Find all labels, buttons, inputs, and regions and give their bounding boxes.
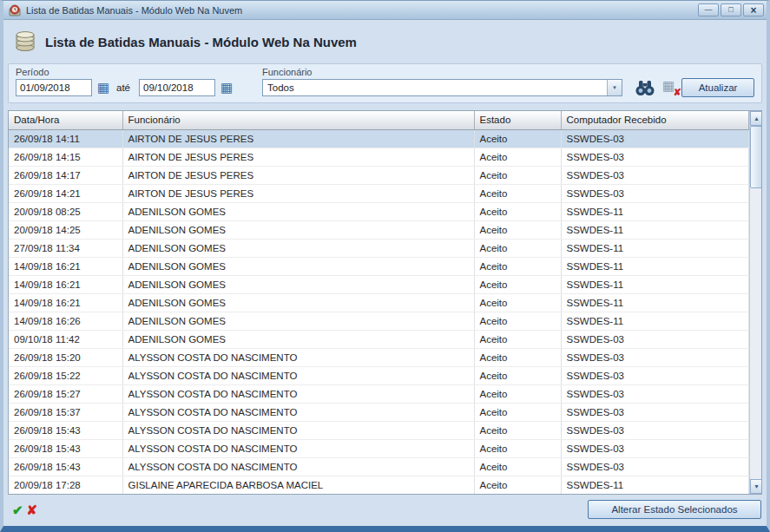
maximize-button[interactable]: □ xyxy=(721,3,741,16)
cell-data-hora: 20/09/18 17:28 xyxy=(9,476,122,494)
cell-data-hora: 26/09/18 15:43 xyxy=(9,457,122,476)
table-row[interactable]: 26/09/18 14:11 AIRTON DE JESUS PERES Ace… xyxy=(9,129,748,148)
cell-data-hora: 09/10/18 11:42 xyxy=(9,330,122,348)
cell-funcionario: AIRTON DE JESUS PERES xyxy=(122,148,474,166)
table-row[interactable]: 26/09/18 15:37 ALYSSON COSTA DO NASCIMEN… xyxy=(9,403,748,421)
database-icon xyxy=(13,30,37,53)
col-header-estado[interactable]: Estado xyxy=(474,111,561,129)
cell-data-hora: 14/09/18 16:21 xyxy=(9,293,122,312)
cell-data-hora: 26/09/18 14:15 xyxy=(9,148,122,166)
funcionario-dropdown[interactable]: Todos ▼ xyxy=(262,79,622,96)
cell-computador: SSWDES-11 xyxy=(561,220,748,239)
cell-funcionario: ADENILSON GOMES xyxy=(122,330,474,348)
table-row[interactable]: 20/09/18 17:28 GISLAINE APARECIDA BARBOS… xyxy=(9,476,748,494)
app-window: Lista de Batidas Manuais - Módulo Web Na… xyxy=(0,0,770,532)
cell-estado: Aceito xyxy=(474,457,561,476)
cell-funcionario: ALYSSON COSTA DO NASCIMENTO xyxy=(122,403,474,421)
cell-estado: Aceito xyxy=(474,439,561,457)
col-header-data-hora[interactable]: Data/Hora xyxy=(9,111,122,129)
table-row[interactable]: 26/09/18 14:15 AIRTON DE JESUS PERES Ace… xyxy=(9,148,748,166)
minimize-button[interactable]: — xyxy=(698,3,719,16)
grid-body: 26/09/18 14:11 AIRTON DE JESUS PERES Ace… xyxy=(9,129,748,494)
table-row[interactable]: 09/10/18 11:42 ADENILSON GOMES Aceito SS… xyxy=(9,330,748,348)
cell-data-hora: 20/09/18 08:25 xyxy=(9,202,122,220)
table-row[interactable]: 14/09/18 16:21 ADENILSON GOMES Aceito SS… xyxy=(9,275,748,293)
cell-computador: SSWDES-03 xyxy=(561,348,748,366)
cell-funcionario: ALYSSON COSTA DO NASCIMENTO xyxy=(122,439,474,457)
table-row[interactable]: 26/09/18 15:22 ALYSSON COSTA DO NASCIMEN… xyxy=(9,366,748,384)
date-from-input[interactable] xyxy=(16,79,92,96)
cell-funcionario: AIRTON DE JESUS PERES xyxy=(122,129,474,148)
cell-data-hora: 26/09/18 15:43 xyxy=(9,421,122,439)
table-row[interactable]: 26/09/18 14:17 AIRTON DE JESUS PERES Ace… xyxy=(9,166,748,184)
cell-computador: SSWDES-03 xyxy=(561,439,748,457)
cell-data-hora: 26/09/18 14:17 xyxy=(9,166,122,184)
cell-estado: Aceito xyxy=(474,403,561,421)
cell-data-hora: 14/09/18 16:21 xyxy=(9,257,122,275)
scroll-track[interactable] xyxy=(750,126,763,479)
cell-data-hora: 26/09/18 14:21 xyxy=(9,184,122,202)
cell-funcionario: ADENILSON GOMES xyxy=(122,293,474,312)
check-all-icon[interactable]: ✔ xyxy=(10,503,25,516)
cell-estado: Aceito xyxy=(474,239,561,257)
table-row[interactable]: 26/09/18 15:43 ALYSSON COSTA DO NASCIMEN… xyxy=(9,421,748,439)
app-icon[interactable] xyxy=(8,3,22,17)
cell-funcionario: AIRTON DE JESUS PERES xyxy=(122,184,474,202)
cell-estado: Aceito xyxy=(474,257,561,275)
table-row[interactable]: 14/09/18 16:26 ADENILSON GOMES Aceito SS… xyxy=(9,312,748,330)
cell-computador: SSWDES-03 xyxy=(561,330,748,348)
table-row[interactable]: 20/09/18 08:25 ADENILSON GOMES Aceito SS… xyxy=(9,202,748,220)
cell-funcionario: ALYSSON COSTA DO NASCIMENTO xyxy=(122,421,474,439)
cell-data-hora: 26/09/18 15:22 xyxy=(9,366,122,384)
cell-computador: SSWDES-03 xyxy=(561,457,748,476)
scroll-thumb[interactable] xyxy=(750,126,763,188)
cell-funcionario: GISLAINE APARECIDA BARBOSA MACIEL xyxy=(122,476,474,494)
cell-computador: SSWDES-03 xyxy=(561,421,748,439)
scroll-down-icon[interactable]: ▼ xyxy=(750,479,763,494)
cell-computador: SSWDES-03 xyxy=(561,148,748,166)
cell-data-hora: 14/09/18 16:26 xyxy=(9,312,122,330)
titlebar[interactable]: Lista de Batidas Manuais - Módulo Web Na… xyxy=(3,1,767,20)
uncheck-all-icon[interactable]: ✘ xyxy=(25,503,40,516)
funcionario-selected-value: Todos xyxy=(263,82,607,93)
table-row[interactable]: 26/09/18 14:21 AIRTON DE JESUS PERES Ace… xyxy=(9,184,748,202)
cell-data-hora: 20/09/18 14:25 xyxy=(9,220,122,239)
cell-funcionario: AIRTON DE JESUS PERES xyxy=(122,166,474,184)
page-title: Lista de Batidas Manuais - Módulo Web Na… xyxy=(45,35,357,49)
cell-data-hora: 26/09/18 15:43 xyxy=(9,439,122,457)
cell-estado: Aceito xyxy=(474,202,561,220)
cell-funcionario: ADENILSON GOMES xyxy=(122,220,474,239)
close-button[interactable]: × xyxy=(743,3,764,16)
col-header-funcionario[interactable]: Funcionário xyxy=(122,111,474,129)
cell-computador: SSWDES-11 xyxy=(561,293,748,312)
chevron-down-icon[interactable]: ▼ xyxy=(607,80,622,95)
filter-panel: Período ▦ até ▦ Funcionário Todos ▼ xyxy=(8,63,762,103)
table-row[interactable]: 14/09/18 16:21 ADENILSON GOMES Aceito SS… xyxy=(9,293,748,312)
cell-computador: SSWDES-11 xyxy=(561,202,748,220)
clear-filter-icon[interactable]: ▦ ✘ xyxy=(662,79,680,96)
cell-funcionario: ADENILSON GOMES xyxy=(122,312,474,330)
table-row[interactable]: 26/09/18 15:27 ALYSSON COSTA DO NASCIMEN… xyxy=(9,384,748,403)
table-row[interactable]: 14/09/18 16:21 ADENILSON GOMES Aceito SS… xyxy=(9,257,748,275)
cell-estado: Aceito xyxy=(474,148,561,166)
records-table: Data/Hora Funcionário Estado Computador … xyxy=(9,111,749,495)
vertical-scrollbar[interactable]: ▲ ▼ xyxy=(749,111,763,494)
atualizar-button[interactable]: Atualizar xyxy=(681,78,754,97)
table-row[interactable]: 26/09/18 15:43 ALYSSON COSTA DO NASCIMEN… xyxy=(9,439,748,457)
scroll-up-icon[interactable]: ▲ xyxy=(750,111,763,126)
cell-computador: SSWDES-03 xyxy=(561,166,748,184)
funcionario-group: Funcionário Todos ▼ xyxy=(262,67,622,96)
date-to-input[interactable] xyxy=(139,79,215,96)
table-row[interactable]: 26/09/18 15:20 ALYSSON COSTA DO NASCIMEN… xyxy=(9,348,748,366)
col-header-computador-recebido[interactable]: Computador Recebido xyxy=(561,111,748,129)
table-row[interactable]: 27/09/18 11:34 ADENILSON GOMES Aceito SS… xyxy=(9,239,748,257)
calendar-from-icon[interactable]: ▦ xyxy=(95,80,111,95)
cell-funcionario: ADENILSON GOMES xyxy=(122,275,474,293)
search-binoculars-icon[interactable] xyxy=(635,79,655,96)
cell-funcionario: ADENILSON GOMES xyxy=(122,239,474,257)
calendar-to-icon[interactable]: ▦ xyxy=(219,80,234,95)
alterar-estado-button[interactable]: Alterar Estado Selecionados xyxy=(588,500,761,519)
window-title: Lista de Batidas Manuais - Módulo Web Na… xyxy=(26,5,698,16)
table-row[interactable]: 26/09/18 15:43 ALYSSON COSTA DO NASCIMEN… xyxy=(9,457,748,476)
table-row[interactable]: 20/09/18 14:25 ADENILSON GOMES Aceito SS… xyxy=(9,220,748,239)
